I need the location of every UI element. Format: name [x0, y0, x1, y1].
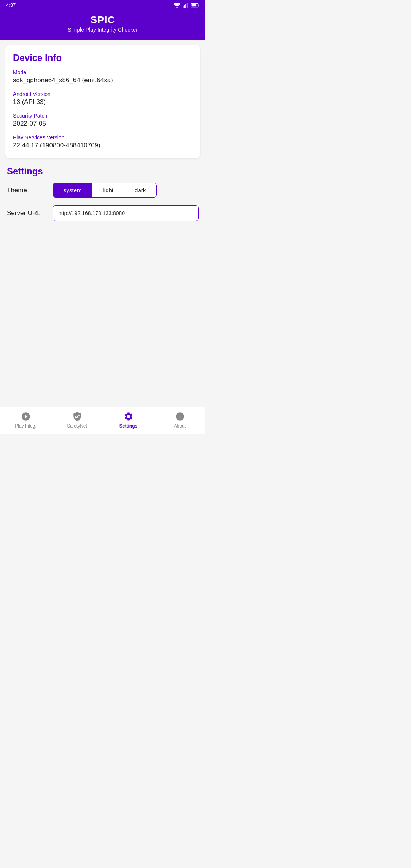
- server-url-label: Server URL: [7, 209, 53, 217]
- device-info-card: Device Info Model sdk_gphone64_x86_64 (e…: [5, 45, 200, 158]
- android-version-label: Android Version: [13, 91, 193, 97]
- svg-rect-4: [187, 3, 188, 8]
- status-bar: 4:37: [0, 0, 206, 10]
- play-services-version-value: 22.44.17 (190800-488410709): [13, 142, 193, 149]
- theme-row: Theme system light dark: [7, 183, 199, 198]
- theme-system-button[interactable]: system: [53, 183, 92, 197]
- app-title: SPIC: [8, 14, 198, 26]
- svg-rect-1: [183, 6, 183, 8]
- about-icon: [175, 411, 185, 422]
- settings-title: Settings: [7, 166, 199, 177]
- svg-rect-7: [192, 4, 197, 6]
- nav-label-safetynet: SafetyNet: [67, 423, 87, 429]
- server-url-input[interactable]: [53, 205, 199, 221]
- server-url-row: Server URL: [7, 205, 199, 221]
- svg-point-0: [177, 6, 178, 8]
- theme-dark-button[interactable]: dark: [124, 183, 156, 197]
- battery-icon: [191, 3, 199, 8]
- security-patch-label: Security Patch: [13, 113, 193, 119]
- bottom-nav: Play Integ. SafetyNet Settings About: [0, 407, 206, 434]
- security-patch-group: Security Patch 2022-07-05: [13, 113, 193, 128]
- model-value: sdk_gphone64_x86_64 (emu64xa): [13, 77, 193, 84]
- status-time: 4:37: [6, 2, 16, 8]
- settings-section: Settings Theme system light dark Server …: [5, 162, 200, 221]
- nav-item-play-integ[interactable]: Play Integ.: [0, 411, 51, 429]
- svg-rect-6: [199, 4, 199, 6]
- safetynet-icon: [72, 411, 83, 422]
- play-services-version-label: Play Services Version: [13, 134, 193, 140]
- model-group: Model sdk_gphone64_x86_64 (emu64xa): [13, 69, 193, 84]
- status-icons: [174, 3, 199, 8]
- app-header: SPIC Simple Play Integrity Checker: [0, 10, 206, 40]
- nav-label-play-integ: Play Integ.: [15, 423, 37, 429]
- theme-label: Theme: [7, 187, 53, 194]
- nav-label-about: About: [174, 423, 186, 429]
- nav-label-settings: Settings: [119, 423, 137, 429]
- security-patch-value: 2022-07-05: [13, 120, 193, 128]
- nav-item-about[interactable]: About: [154, 411, 206, 429]
- wifi-icon: [174, 3, 180, 8]
- android-version-group: Android Version 13 (API 33): [13, 91, 193, 106]
- play-services-version-group: Play Services Version 22.44.17 (190800-4…: [13, 134, 193, 149]
- nav-item-settings[interactable]: Settings: [103, 411, 154, 429]
- svg-rect-3: [185, 4, 186, 8]
- device-info-title: Device Info: [13, 53, 193, 63]
- settings-icon: [123, 411, 134, 422]
- svg-rect-2: [184, 5, 185, 8]
- signal-icon: [183, 3, 189, 8]
- model-label: Model: [13, 69, 193, 75]
- android-version-value: 13 (API 33): [13, 98, 193, 106]
- main-content: Device Info Model sdk_gphone64_x86_64 (e…: [0, 40, 206, 407]
- theme-toggle[interactable]: system light dark: [53, 183, 157, 198]
- nav-item-safetynet[interactable]: SafetyNet: [51, 411, 103, 429]
- play-integ-icon: [21, 411, 31, 422]
- theme-light-button[interactable]: light: [92, 183, 124, 197]
- app-subtitle: Simple Play Integrity Checker: [8, 27, 198, 33]
